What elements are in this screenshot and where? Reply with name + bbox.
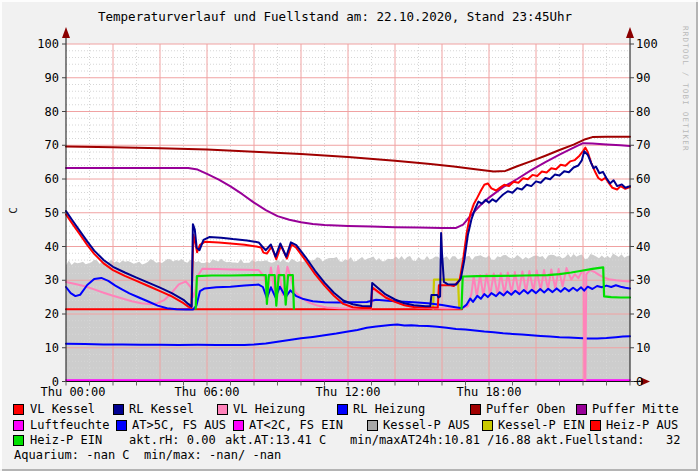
legend-swatch-kessel-p-aus bbox=[367, 420, 378, 431]
y-tick-label-left: 80 bbox=[45, 105, 59, 119]
y-tick-label-left: 100 bbox=[37, 37, 59, 51]
y-tick-label-left: 10 bbox=[45, 341, 59, 355]
legend-status-text: akt.rH: 0.00 bbox=[129, 434, 216, 447]
x-axis-label: Thu 06:00 bbox=[174, 385, 239, 399]
y-tick-label-left: 30 bbox=[45, 273, 59, 287]
legend-label: RL Heizung bbox=[353, 403, 425, 416]
y-tick-label-left: 90 bbox=[45, 71, 59, 85]
legend-swatch-at-5c-fs-aus bbox=[116, 420, 127, 431]
y-tick-label-right: 20 bbox=[636, 307, 650, 321]
y-tick-label-right: 30 bbox=[636, 273, 650, 287]
legend-label: AT>5C, FS AUS bbox=[132, 419, 226, 432]
y-tick-label-right: 80 bbox=[636, 105, 650, 119]
chart-plot: 0010102020303040405050606070708080909010… bbox=[0, 0, 698, 400]
legend-status-text: akt.Fuellstand: 32 bbox=[536, 434, 681, 447]
y-tick-label-right: 60 bbox=[636, 172, 650, 186]
y-tick-label-left: 20 bbox=[45, 307, 59, 321]
y-tick-label-left: 60 bbox=[45, 172, 59, 186]
legend-label: Puffer Oben bbox=[486, 403, 565, 416]
legend-status-text: akt.AT:13.41 C bbox=[225, 434, 326, 447]
y-tick-label-right: 90 bbox=[636, 71, 650, 85]
legend-status-text: min/maxAT24h:10.81 /16.88 bbox=[350, 434, 531, 447]
legend-swatch-luftfeuchte bbox=[13, 420, 24, 431]
legend-swatch-heiz-p-ein bbox=[13, 435, 24, 446]
legend-swatch-rl-kessel bbox=[113, 404, 124, 415]
y-tick-label-right: 10 bbox=[636, 341, 650, 355]
x-axis-label: Thu 12:00 bbox=[315, 385, 380, 399]
legend-swatch-puffer-oben bbox=[470, 404, 481, 415]
y-tick-label-right: 70 bbox=[636, 138, 650, 152]
legend-footer: Aquarium: -nan C min/max: -nan/ -nan bbox=[14, 449, 281, 462]
legend-swatch-vl-kessel bbox=[13, 404, 24, 415]
y-tick-label-left: 40 bbox=[45, 240, 59, 254]
y-axis-arrow-left bbox=[62, 27, 70, 38]
x-axis-label: Thu 00:00 bbox=[40, 385, 105, 399]
legend-label: VL Kessel bbox=[30, 403, 95, 416]
y-tick-label-right: 40 bbox=[636, 240, 650, 254]
x-axis-label: Thu 18:00 bbox=[456, 385, 521, 399]
legend-label: RL Kessel bbox=[129, 403, 194, 416]
legend-swatch-vl-heizung bbox=[217, 404, 228, 415]
y-tick-label-right: 50 bbox=[636, 206, 650, 220]
legend-label: VL Heizung bbox=[233, 403, 305, 416]
rrd-graph: Temperaturverlauf und Fuellstand am: 22.… bbox=[0, 0, 698, 471]
legend-label: Luftfeuchte bbox=[30, 419, 109, 432]
y-tick-label-left: 50 bbox=[45, 206, 59, 220]
legend-swatch-puffer-mitte bbox=[576, 404, 587, 415]
legend-label: Puffer Mitte bbox=[592, 403, 679, 416]
legend-swatch-heiz-p-aus bbox=[590, 420, 601, 431]
legend-label: Kessel-P AUS bbox=[383, 419, 470, 432]
y-tick-label-left: 70 bbox=[45, 138, 59, 152]
y-tick-label-right: 100 bbox=[636, 37, 658, 51]
legend-label: AT<2C, FS EIN bbox=[249, 419, 343, 432]
y-axis-arrow-right bbox=[626, 27, 634, 38]
legend-label: Kessel-P EIN bbox=[498, 419, 585, 432]
y-tick-label-right: 0 bbox=[636, 375, 643, 389]
legend-swatch-kessel-p-ein bbox=[482, 420, 493, 431]
legend-swatch-rl-heizung bbox=[337, 404, 348, 415]
legend-swatch-at-2c-fs-ein bbox=[233, 420, 244, 431]
legend-label: Heiz-P AUS bbox=[606, 419, 678, 432]
legend-label: Heiz-P EIN bbox=[30, 434, 102, 447]
